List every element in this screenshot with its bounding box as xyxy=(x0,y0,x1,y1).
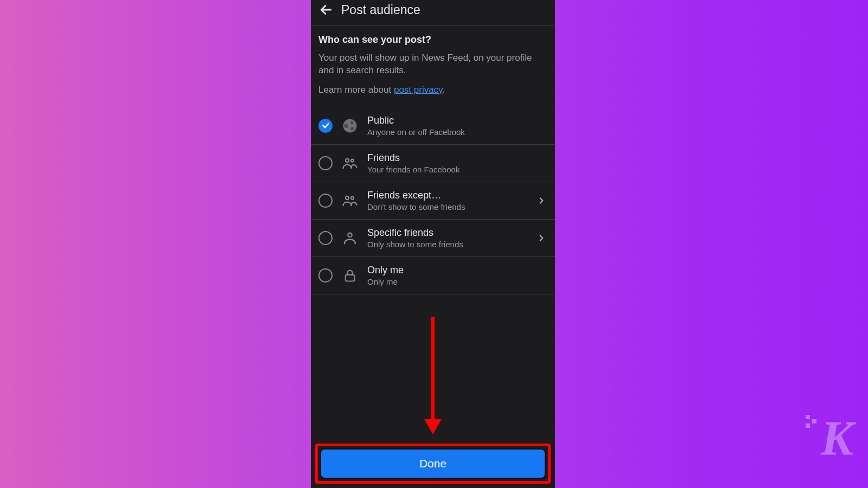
option-friends-title: Friends xyxy=(367,152,547,164)
audience-option-list: Public Anyone on or off Facebook Friends… xyxy=(311,107,555,294)
option-specific-title: Specific friends xyxy=(367,227,527,239)
person-icon xyxy=(341,229,359,247)
learn-prefix: Learn more about xyxy=(318,85,394,95)
stage-background: Post audience Who can see your post? You… xyxy=(0,0,868,488)
spacer xyxy=(311,294,555,444)
people-minus-icon xyxy=(341,192,359,209)
option-only-me-text: Only me Only me xyxy=(367,265,547,286)
option-specific-text: Specific friends Only show to some frien… xyxy=(367,227,527,249)
intro-learn-more: Learn more about post privacy. xyxy=(318,85,547,95)
done-button[interactable]: Done xyxy=(320,448,546,479)
option-public[interactable]: Public Anyone on or off Facebook xyxy=(311,107,555,145)
option-public-sub: Anyone on or off Facebook xyxy=(367,127,547,137)
header-title: Post audience xyxy=(341,3,420,17)
radio-specific-friends[interactable] xyxy=(318,231,333,245)
option-friends-except[interactable]: Friends except… Don't show to some frien… xyxy=(311,182,555,220)
globe-icon xyxy=(341,117,359,134)
radio-friends-except[interactable] xyxy=(318,194,333,208)
svg-point-5 xyxy=(351,196,354,199)
learn-suffix: . xyxy=(442,85,445,95)
option-friends-text: Friends Your friends on Facebook xyxy=(367,152,547,174)
people-icon xyxy=(341,155,359,172)
watermark-text: K xyxy=(821,412,852,465)
arrow-left-icon xyxy=(319,3,333,17)
option-friends-except-sub: Don't show to some friends xyxy=(367,202,527,211)
phone-screen: Post audience Who can see your post? You… xyxy=(311,0,555,488)
svg-rect-7 xyxy=(346,275,354,281)
back-button[interactable] xyxy=(318,2,334,17)
post-privacy-link[interactable]: post privacy xyxy=(394,85,442,95)
radio-friends[interactable] xyxy=(318,156,333,170)
chevron-right-icon xyxy=(535,195,547,207)
radio-only-me[interactable] xyxy=(318,268,333,282)
option-friends-except-text: Friends except… Don't show to some frien… xyxy=(367,190,527,211)
done-button-highlight: Done xyxy=(315,444,551,484)
svg-point-3 xyxy=(351,159,354,162)
option-public-text: Public Anyone on or off Facebook xyxy=(367,115,547,137)
option-friends-sub: Your friends on Facebook xyxy=(367,165,547,174)
option-specific-sub: Only show to some friends xyxy=(367,240,527,249)
intro-body: Your post will show up in News Feed, on … xyxy=(318,52,547,77)
option-only-me[interactable]: Only me Only me xyxy=(311,257,555,294)
radio-public[interactable] xyxy=(318,119,333,133)
option-friends-except-title: Friends except… xyxy=(367,190,527,201)
svg-point-6 xyxy=(348,233,352,237)
svg-point-2 xyxy=(346,159,349,162)
check-icon xyxy=(322,121,330,130)
watermark-dots-icon xyxy=(806,415,818,431)
watermark-logo: K xyxy=(821,410,852,466)
option-friends[interactable]: Friends Your friends on Facebook xyxy=(311,145,555,182)
lock-icon xyxy=(341,267,359,284)
option-public-title: Public xyxy=(367,115,547,126)
header-bar: Post audience xyxy=(311,0,555,25)
option-only-me-title: Only me xyxy=(367,265,547,276)
option-specific-friends[interactable]: Specific friends Only show to some frien… xyxy=(311,220,555,257)
svg-point-4 xyxy=(346,196,349,200)
chevron-right-icon xyxy=(535,232,547,244)
intro-heading: Who can see your post? xyxy=(318,34,547,46)
option-only-me-sub: Only me xyxy=(367,277,547,286)
intro-section: Who can see your post? Your post will sh… xyxy=(311,25,555,101)
